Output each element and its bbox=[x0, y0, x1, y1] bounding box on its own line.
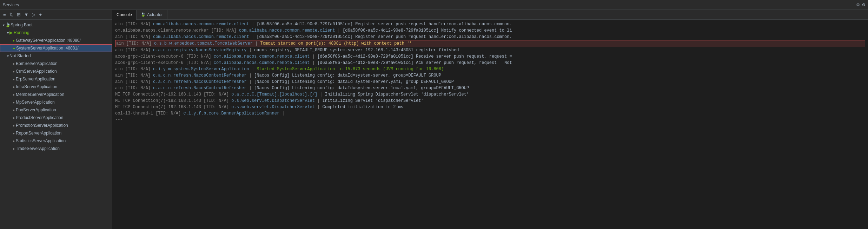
settings2-icon[interactable]: ⚙ bbox=[862, 2, 865, 8]
gray-dot-pay: ● bbox=[13, 108, 15, 112]
tree-not-started-group[interactable]: ▾ Not Started bbox=[0, 52, 112, 60]
settings-icon[interactable]: ⚙ bbox=[856, 2, 859, 8]
expand-all-button[interactable]: ≡ bbox=[2, 12, 7, 18]
log-line-9: ain [TID: N/A] c.a.c.n.refresh.NacosCont… bbox=[115, 72, 865, 79]
tree-mp-app[interactable]: ● MpServerApplication bbox=[0, 98, 112, 106]
member-app-label: MemberServerApplication bbox=[16, 92, 64, 97]
console-area[interactable]: ain [TID: N/A] com.alibaba.nacos.common.… bbox=[112, 20, 868, 229]
gateway-app-label: GatewayServerApplication :48080/ bbox=[16, 38, 81, 43]
mp-app-label: MpServerApplication bbox=[16, 100, 55, 105]
pay-app-label: PayServerApplication bbox=[16, 107, 56, 112]
gray-dot-mp: ● bbox=[13, 100, 15, 104]
right-content: Console 🍃 Actuator ain [TID: N/A] com.al… bbox=[112, 10, 868, 229]
trade-app-label: TradeServerApplication bbox=[16, 146, 60, 151]
tree-system-app[interactable]: ● SystemServerApplication :48081/ bbox=[0, 44, 112, 52]
log-line-2: om.alibaba.nacos.client.remote.worker [T… bbox=[115, 27, 865, 34]
gray-dot-promotion: ● bbox=[13, 124, 15, 127]
log-line-3: ain [TID: N/A] com.alibaba.nacos.common.… bbox=[115, 34, 865, 40]
tree-promotion-app[interactable]: ● PromotionServerApplication bbox=[0, 122, 112, 129]
gray-dot-product: ● bbox=[13, 116, 15, 120]
log-line-7: acos-grpc-client-executor-6 [TID: N/A] c… bbox=[115, 60, 865, 66]
tree-pay-app[interactable]: ● PayServerApplication bbox=[0, 106, 112, 114]
bpm-app-label: BpmServerApplication bbox=[16, 61, 58, 66]
tree-statistics-app[interactable]: ● StatisticsServerApplication bbox=[0, 137, 112, 145]
log-line-12: MI TCP Connection(7)-192.168.1.143 [TID:… bbox=[115, 91, 865, 98]
tree-crm-app[interactable]: ● CrmServerApplication bbox=[0, 67, 112, 75]
tabs-bar: Console 🍃 Actuator bbox=[112, 10, 868, 20]
not-started-label: Not Started bbox=[9, 53, 31, 58]
run-button[interactable]: ▷ bbox=[31, 12, 37, 18]
running-label: Running bbox=[14, 30, 29, 35]
log-line-11: ain [TID: N/A] c.a.c.n.refresh.NacosCont… bbox=[115, 85, 865, 91]
main-layout: ≡ ⇅ ⊞ ▼ ▷ + ▾ 🍃 Spring Boot ▾ ▶ Running bbox=[0, 10, 868, 229]
gray-dot-statistics: ● bbox=[13, 139, 15, 143]
system-app-label: SystemServerApplication :48081/ bbox=[16, 46, 78, 51]
tree-bpm-app[interactable]: ● BpmServerApplication bbox=[0, 60, 112, 67]
tree-member-app[interactable]: ● MemberServerApplication bbox=[0, 91, 112, 98]
top-bar: Services ⚙ ⚙ bbox=[0, 0, 868, 10]
log-line-14: MI TCP Connection(7)-192.168.1.143 [TID:… bbox=[115, 104, 865, 110]
gray-dot-trade: ● bbox=[13, 147, 15, 151]
log-line-1: ain [TID: N/A] com.alibaba.nacos.common.… bbox=[115, 21, 865, 27]
tree-product-app[interactable]: ● ProductServerApplication bbox=[0, 114, 112, 122]
tree-infra-app[interactable]: ● InfraServerApplication bbox=[0, 83, 112, 91]
not-started-arrow-icon: ▾ bbox=[7, 54, 9, 58]
gray-dot-report: ● bbox=[13, 131, 15, 135]
gray-dot-crm: ● bbox=[13, 70, 15, 73]
tree-trade-app[interactable]: ● TradeServerApplication bbox=[0, 145, 112, 152]
green-dot-gateway: ● bbox=[13, 39, 15, 42]
gray-dot-bpm: ● bbox=[13, 62, 15, 66]
sidebar-toolbar: ≡ ⇅ ⊞ ▼ ▷ + bbox=[0, 10, 112, 20]
window-title: Services bbox=[3, 2, 19, 7]
log-line-10: ain [TID: N/A] c.a.c.n.refresh.NacosCont… bbox=[115, 79, 865, 85]
tree-report-app[interactable]: ● ReportServerApplication bbox=[0, 129, 112, 137]
running-folder-icon: ▶ bbox=[9, 30, 13, 35]
log-line-5: ain [TID: N/A] c.a.c.n.registry.NacosSer… bbox=[115, 47, 865, 53]
tab-console-label: Console bbox=[117, 12, 132, 17]
green-dot-system: ● bbox=[13, 46, 15, 50]
product-app-label: ProductServerApplication bbox=[16, 115, 63, 120]
log-line-8: ain [TID: N/A] c.i.y.m.system.SystemServ… bbox=[115, 66, 865, 72]
crm-app-label: CrmServerApplication bbox=[16, 69, 57, 74]
tab-actuator-label: Actuator bbox=[147, 12, 163, 17]
tree-erp-app[interactable]: ● ErpServerApplication bbox=[0, 75, 112, 83]
add-button[interactable]: + bbox=[38, 12, 43, 18]
log-line-separator: --- bbox=[115, 117, 865, 123]
tree-root-spring-boot[interactable]: ▾ 🍃 Spring Boot bbox=[0, 21, 112, 29]
statistics-app-label: StatisticsServerApplication bbox=[16, 138, 66, 143]
tree-gateway-app[interactable]: ● GatewayServerApplication :48080/ bbox=[0, 37, 112, 44]
erp-app-label: ErpServerApplication bbox=[16, 77, 55, 81]
top-bar-icons: ⚙ ⚙ bbox=[856, 2, 865, 8]
log-line-13: MI TCP Connection(7)-192.168.1.143 [TID:… bbox=[115, 98, 865, 104]
running-arrow-icon: ▾ bbox=[7, 31, 9, 35]
log-line-tomcat-highlight: ain [TID: N/A] o.s.b.w.embedded.tomcat.T… bbox=[115, 40, 865, 47]
tab-actuator[interactable]: 🍃 Actuator bbox=[137, 10, 167, 20]
tab-console[interactable]: Console bbox=[112, 10, 137, 20]
tree-running-group[interactable]: ▾ ▶ Running bbox=[0, 29, 112, 37]
report-app-label: ReportServerApplication bbox=[16, 131, 61, 136]
log-line-15: ool-13-thread-1 [TID: N/A] c.i.y.f.b.cor… bbox=[115, 110, 865, 117]
gray-dot-infra: ● bbox=[13, 85, 15, 89]
gray-dot-member: ● bbox=[13, 93, 15, 97]
infra-app-label: InfraServerApplication bbox=[16, 84, 57, 89]
collapse-all-button[interactable]: ⇅ bbox=[8, 12, 14, 18]
actuator-spring-icon: 🍃 bbox=[141, 12, 146, 17]
group-button[interactable]: ⊞ bbox=[16, 12, 22, 18]
sidebar: ≡ ⇅ ⊞ ▼ ▷ + ▾ 🍃 Spring Boot ▾ ▶ Running bbox=[0, 10, 112, 229]
log-line-6: acos-grpc-client-executor-6 [TID: N/A] c… bbox=[115, 53, 865, 60]
sidebar-tree: ▾ 🍃 Spring Boot ▾ ▶ Running ● GatewaySer… bbox=[0, 20, 112, 229]
spring-boot-label: Spring Boot bbox=[11, 22, 33, 27]
spring-icon: 🍃 bbox=[5, 22, 11, 27]
filter-button[interactable]: ▼ bbox=[23, 12, 30, 18]
gray-dot-erp: ● bbox=[13, 77, 15, 81]
promotion-app-label: PromotionServerApplication bbox=[16, 123, 68, 128]
arrow-icon: ▾ bbox=[3, 23, 5, 27]
